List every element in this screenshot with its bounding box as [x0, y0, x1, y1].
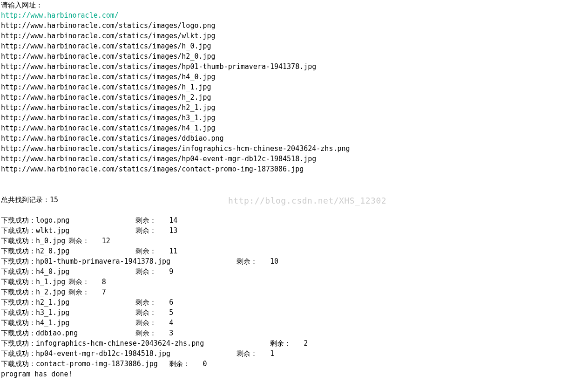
download-progress-list: 下载成功：logo.png 剩余： 14 下载成功：wlkt.jpg 剩余： 1… — [1, 215, 587, 369]
spacer — [1, 174, 587, 195]
found-url-list: http://www.harbinoracle.com/statics/imag… — [1, 20, 587, 174]
summary-line: 总共找到记录：15 — [1, 195, 587, 205]
spacer — [1, 205, 587, 215]
program-done-line: program has done! — [1, 369, 587, 379]
prompt-label: 请输入网址： — [1, 0, 587, 10]
console-output-page: 请输入网址： http://www.harbinoracle.com/ http… — [0, 0, 588, 389]
entered-url: http://www.harbinoracle.com/ — [1, 10, 587, 20]
